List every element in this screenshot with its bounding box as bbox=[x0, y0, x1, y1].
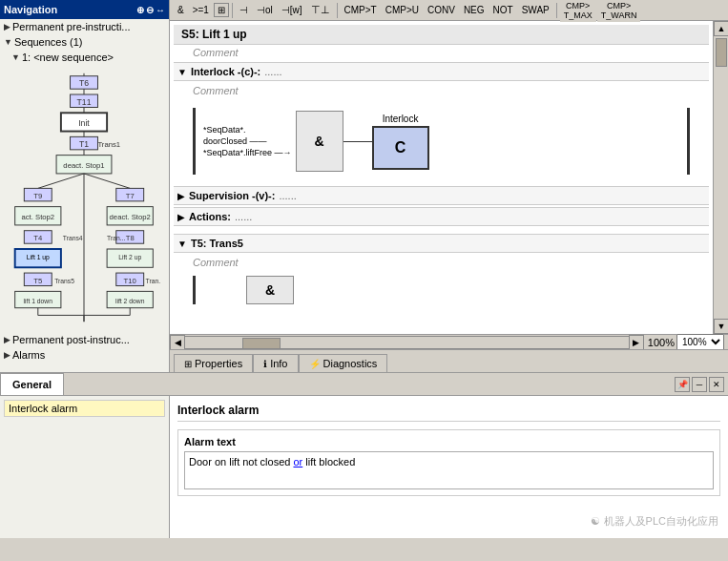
toolbar-sep-3 bbox=[556, 3, 557, 18]
watermark: ☯ 机器人及PLC自动化应用 bbox=[591, 514, 718, 529]
scroll-track-h bbox=[185, 336, 629, 349]
alarm-text-title: Alarm text bbox=[184, 436, 714, 447]
connection-line bbox=[343, 141, 372, 142]
bottom-right-panel: Interlock alarm Alarm text Door on lift … bbox=[170, 396, 728, 538]
watermark-text: 机器人及PLC自动化应用 bbox=[604, 514, 718, 529]
and-block: & bbox=[296, 111, 343, 172]
svg-text:T1: T1 bbox=[79, 139, 89, 149]
close-icon[interactable]: ✕ bbox=[709, 377, 724, 392]
nav-item-permanent-pre[interactable]: ▶ Permanent pre-instructi... bbox=[0, 19, 169, 34]
nav-item-sequences[interactable]: ▼ Sequences (1) bbox=[0, 34, 169, 50]
btn-gte1[interactable]: >=1 bbox=[189, 3, 213, 17]
svg-text:Lift 1 up: Lift 1 up bbox=[27, 254, 50, 261]
zoom-dropdown[interactable]: 100% 75% 150% bbox=[676, 334, 724, 350]
section-actions[interactable]: ▶ Actions: ...... bbox=[174, 207, 709, 226]
btn-swap[interactable]: SWAP bbox=[518, 3, 553, 17]
btn-cmp-tmax[interactable]: CMP>T_MAX bbox=[560, 0, 596, 22]
interlock-diagram: *SeqData*. doorClosed —— *SeqData*.liftF… bbox=[174, 98, 709, 184]
diagnostics-icon: ⚡ bbox=[309, 359, 321, 369]
nav-item-alarms[interactable]: ▶ Alarms bbox=[0, 347, 169, 363]
svg-text:deact. Stop1: deact. Stop1 bbox=[63, 161, 104, 170]
expand-icon[interactable]: ↔ bbox=[156, 5, 165, 15]
nav-item-permanent-post[interactable]: ▶ Permanent post-instruc... bbox=[0, 332, 169, 347]
scroll-up-btn[interactable]: ▲ bbox=[714, 21, 728, 36]
section-supervision-dashes: ...... bbox=[279, 190, 296, 201]
bottom-left-panel: Interlock alarm bbox=[0, 396, 170, 538]
nav-arrow: ▼ bbox=[11, 52, 20, 62]
btn-parallel[interactable]: ⊤⊥ bbox=[307, 2, 334, 18]
nav-item-new-sequence-label: 1: <new sequence> bbox=[22, 52, 114, 63]
svg-text:lift 2 down: lift 2 down bbox=[115, 298, 145, 304]
section-interlock[interactable]: ▼ Interlock -(c)-: ...... bbox=[174, 62, 709, 81]
nav-title: Navigation bbox=[4, 4, 57, 15]
btn-and[interactable]: & bbox=[174, 3, 188, 17]
input-doorclosed: doorClosed —— bbox=[203, 136, 292, 146]
nav-item-alarms-label: Alarms bbox=[12, 349, 45, 361]
editor-title: S5: Lift 1 up bbox=[174, 25, 709, 45]
alarm-text-pre: Door on lift not closed bbox=[189, 456, 293, 468]
btn-cmpu[interactable]: CMP>U bbox=[382, 3, 423, 17]
nav-item-sequences-label: Sequences (1) bbox=[14, 36, 83, 48]
scroll-right-btn[interactable]: ▶ bbox=[629, 335, 644, 350]
nav-item-new-sequence[interactable]: ▼ 1: <new sequence> bbox=[0, 50, 169, 65]
nav-header-icons: ⊕ ⊖ ↔ bbox=[136, 5, 165, 15]
section-supervision[interactable]: ▶ Supervision -(v)-: ...... bbox=[174, 186, 709, 205]
svg-text:Trans4: Trans4 bbox=[63, 235, 83, 241]
btn-dashIw[interactable]: ⊣[w] bbox=[278, 3, 306, 17]
tab-diagnostics[interactable]: ⚡ Diagnostics bbox=[299, 354, 388, 372]
scroll-thumb-h bbox=[242, 338, 281, 349]
nav-header: Navigation ⊕ ⊖ ↔ bbox=[0, 0, 169, 19]
coil-container: Interlock C bbox=[372, 114, 429, 170]
sequence-tree: T6 T11 Init T1 Trans1 bbox=[0, 65, 169, 332]
alarm-text-or: or bbox=[293, 456, 302, 468]
toolbar-sep-2 bbox=[337, 3, 338, 18]
tab-properties-label: Properties bbox=[195, 358, 242, 369]
pin-icon[interactable]: 📌 bbox=[675, 377, 690, 392]
tab-diagnostics-label: Diagnostics bbox=[323, 358, 378, 369]
editor-panel: & >=1 ⊞ ⊣ ⊣ol ⊣[w] ⊤⊥ CMP>T CMP>U CONV N… bbox=[170, 0, 728, 372]
btn-neg[interactable]: NEG bbox=[460, 3, 489, 17]
svg-text:T10: T10 bbox=[124, 277, 136, 285]
right-scrollbar[interactable]: ▲ ▼ bbox=[713, 21, 728, 334]
bottom-tabs-right: 📌 ─ ✕ bbox=[675, 377, 728, 392]
section-t5-title: T5: Trans5 bbox=[191, 238, 243, 249]
svg-text:Tran...: Tran... bbox=[146, 278, 160, 284]
editor-main: S5: Lift 1 up Comment ▼ Interlock -(c)-:… bbox=[170, 21, 713, 334]
minimize-icon[interactable]: ─ bbox=[692, 377, 707, 392]
t5-and-block: & bbox=[246, 276, 294, 304]
tab-properties[interactable]: ⊞ Properties bbox=[174, 354, 253, 372]
section-arrow: ▼ bbox=[177, 67, 187, 77]
btn-cmp-twarn[interactable]: CMP>T_WARN bbox=[597, 0, 641, 22]
bottom-tabs-row: General 📌 ─ ✕ bbox=[0, 373, 728, 396]
btn-not[interactable]: NOT bbox=[489, 3, 517, 17]
section-arrow: ▶ bbox=[177, 191, 185, 201]
tab-info[interactable]: ℹ Info bbox=[253, 354, 298, 372]
btn-cmpt[interactable]: CMP>T bbox=[341, 3, 381, 17]
svg-text:Tran...: Tran... bbox=[107, 235, 125, 241]
section-arrow: ▼ bbox=[177, 239, 187, 249]
input-liftfree: *SeqData*.liftFree —→ bbox=[203, 148, 292, 157]
power-rail-left bbox=[193, 108, 196, 175]
alarm-title-text: Interlock alarm bbox=[177, 404, 259, 417]
zoom-out-icon[interactable]: ⊖ bbox=[146, 5, 154, 15]
btn-dashIol[interactable]: ⊣ol bbox=[253, 3, 277, 17]
btn-plus-box[interactable]: ⊞ bbox=[214, 3, 229, 17]
input-seqdata-dot: *SeqData*. bbox=[203, 125, 292, 135]
alarm-item[interactable]: Interlock alarm bbox=[4, 400, 165, 417]
zoom-in-icon[interactable]: ⊕ bbox=[136, 5, 144, 15]
scroll-down-btn[interactable]: ▼ bbox=[714, 319, 728, 334]
btab-general[interactable]: General bbox=[0, 373, 64, 395]
section-t5[interactable]: ▼ T5: Trans5 bbox=[174, 234, 709, 253]
alarm-text-box[interactable]: Door on lift not closed or lift blocked bbox=[184, 451, 714, 489]
section-interlock-dashes: ...... bbox=[264, 66, 281, 77]
comment-text: Comment bbox=[193, 47, 239, 58]
btn-dashI[interactable]: ⊣ bbox=[236, 3, 252, 17]
power-rail-right bbox=[687, 108, 690, 175]
scroll-left-btn[interactable]: ◀ bbox=[170, 335, 185, 350]
btn-conv[interactable]: CONV bbox=[424, 3, 459, 17]
bottom-tabs-bar: ⊞ Properties ℹ Info ⚡ Diagnostics bbox=[170, 349, 728, 372]
editor-comment: Comment bbox=[174, 45, 709, 60]
nav-arrow: ▼ bbox=[4, 37, 12, 47]
section-actions-dashes: ...... bbox=[235, 211, 252, 222]
svg-text:T5: T5 bbox=[33, 277, 42, 285]
